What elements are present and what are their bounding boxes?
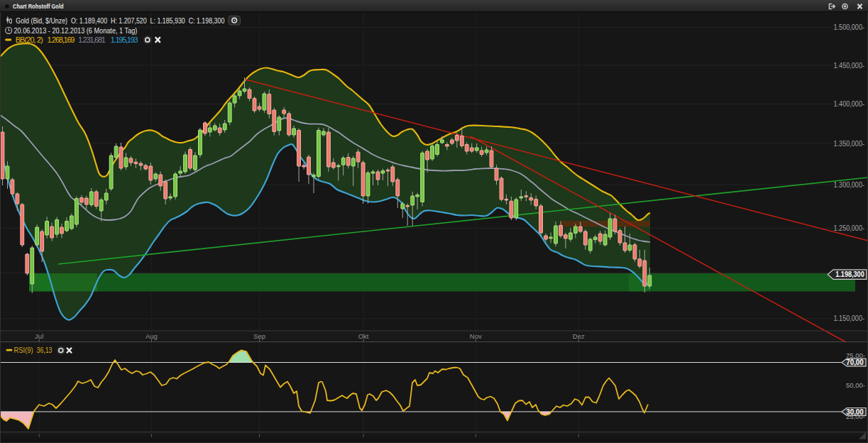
- svg-text:1.300,000-: 1.300,000-: [834, 181, 865, 189]
- svg-text:Nov: Nov: [470, 332, 482, 340]
- svg-text:1.150,000-: 1.150,000-: [834, 315, 865, 322]
- svg-text:1.195,193: 1.195,193: [111, 35, 138, 44]
- svg-text:1.250,000-: 1.250,000-: [834, 224, 865, 232]
- svg-text:Aug: Aug: [145, 332, 158, 340]
- svg-text:20.06.2013 - 20.12.2013 (6 Mon: 20.06.2013 - 20.12.2013 (6 Monate, 1 Tag…: [13, 26, 137, 35]
- svg-text:1.450,000-: 1.450,000-: [834, 62, 865, 70]
- svg-text:50,00-: 50,00-: [846, 381, 865, 389]
- svg-text:1.400,000-: 1.400,000-: [834, 100, 865, 108]
- svg-text:Dez: Dez: [573, 332, 585, 340]
- svg-text:1.500,000-: 1.500,000-: [834, 23, 865, 31]
- svg-text:1.268,169: 1.268,169: [47, 35, 75, 44]
- svg-text:RSI(9): RSI(9): [14, 346, 33, 354]
- svg-text:1.231,681: 1.231,681: [78, 35, 106, 44]
- svg-text:Jul: Jul: [35, 332, 43, 340]
- svg-text:36,13: 36,13: [37, 346, 53, 354]
- svg-text:30,00: 30,00: [846, 408, 864, 416]
- svg-text:70,00: 70,00: [846, 359, 864, 366]
- svg-text:Gold (Bid, $/Unze) O: 1.189,4: Gold (Bid, $/Unze) O: 1.189,400 H: 1.207…: [16, 16, 224, 25]
- svg-text:Okt: Okt: [358, 332, 369, 340]
- svg-text:Chart Rohstoff Gold: Chart Rohstoff Gold: [13, 3, 64, 10]
- svg-text:1.350,000-: 1.350,000-: [834, 140, 865, 148]
- svg-text:Sep: Sep: [253, 332, 265, 340]
- svg-text:BB(20, 2): BB(20, 2): [16, 35, 43, 44]
- svg-text:1.198,300: 1.198,300: [835, 270, 864, 278]
